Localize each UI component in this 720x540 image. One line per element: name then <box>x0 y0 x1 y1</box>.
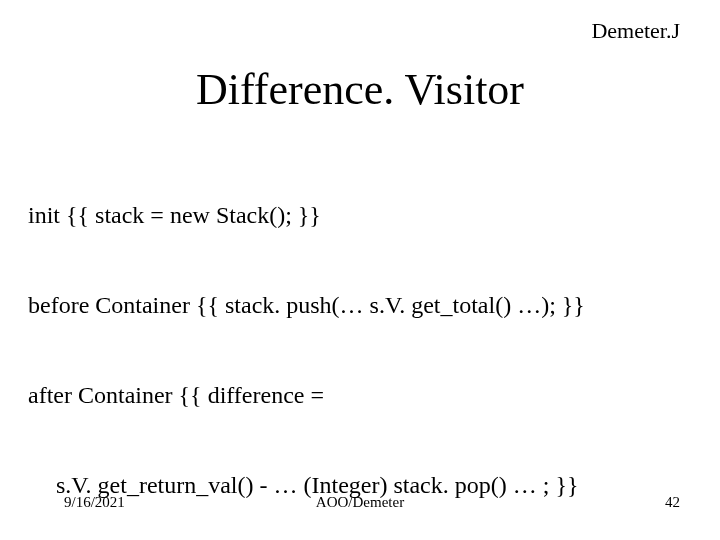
code-line-1: init {{ stack = new Stack(); }} <box>28 200 692 230</box>
header-top-right: Demeter.J <box>591 18 680 44</box>
slide: Demeter.J Difference. Visitor init {{ st… <box>0 0 720 540</box>
slide-body: init {{ stack = new Stack(); }} before C… <box>28 140 692 540</box>
slide-footer: 9/16/2021 AOO/Demeter 42 <box>0 494 720 514</box>
footer-center: AOO/Demeter <box>0 494 720 511</box>
slide-title: Difference. Visitor <box>0 64 720 115</box>
code-line-3: after Container {{ difference = <box>28 380 692 410</box>
footer-page-number: 42 <box>665 494 680 511</box>
code-line-2: before Container {{ stack. push(… s.V. g… <box>28 290 692 320</box>
